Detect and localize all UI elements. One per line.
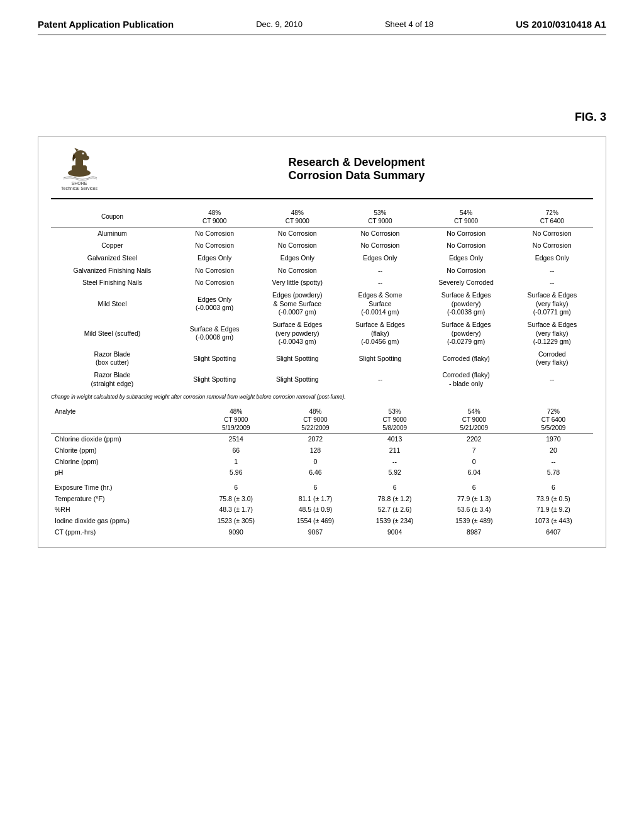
analyte-col-3: 53%CT 90005/8/2009	[355, 406, 435, 434]
analyte-value: 1539 (± 489)	[435, 516, 514, 527]
corrosion-value: No Corrosion	[421, 240, 511, 252]
corrosion-row: Galvanized Finishing NailsNo CorrosionNo…	[51, 265, 593, 277]
corrosion-row: Razor Blade (box cutter)Slight SpottingS…	[51, 348, 593, 369]
analyte-label: Temperature (°F)	[51, 494, 196, 505]
analytics-row: Chlorite (ppm)66128211720	[51, 445, 593, 456]
analytics-table: Analyte 48%CT 90005/19/2009 48%CT 90005/…	[51, 406, 593, 538]
col-header-2: 48%CT 9000	[255, 207, 339, 228]
page: Patent Application Publication Dec. 9, 2…	[0, 0, 644, 830]
analytics-row: CT (ppm.-hrs)90909067900489876407	[51, 527, 593, 538]
analyte-value: 73.9 (± 0.5)	[514, 494, 593, 505]
analyte-value: 6407	[514, 527, 593, 538]
analyte-value: 81.1 (± 1.7)	[275, 494, 355, 505]
header-patent: US 2010/0310418 A1	[516, 19, 606, 30]
corrosion-value: --	[511, 265, 593, 277]
corrosion-table: Coupon 48%CT 9000 48%CT 9000 53%CT 9000 …	[51, 207, 593, 390]
analyte-value: 6	[514, 482, 593, 494]
corrosion-value: Surface & Edges (powdery) (-0.0279 gm)	[421, 319, 511, 348]
analyte-label: %RH	[51, 504, 196, 516]
svg-point-4	[82, 155, 89, 160]
corrosion-value: Surface & Edges (flaky) (-0.0456 gm)	[339, 319, 421, 348]
analytics-row: Chlorine (ppm)10--0--	[51, 456, 593, 468]
page-header: Patent Application Publication Dec. 9, 2…	[38, 19, 606, 35]
corrosion-value: --	[511, 277, 593, 289]
corrosion-value: No Corrosion	[421, 227, 511, 240]
analytics-row: Exposure Time (hr.)66666	[51, 482, 593, 494]
analyte-value: 77.9 (± 1.3)	[435, 494, 514, 505]
corrosion-row: Mild SteelEdges Only (-0.0003 gm)Edges (…	[51, 289, 593, 319]
analyte-value: 1970	[514, 434, 593, 445]
analyte-value: 5.78	[514, 467, 593, 479]
corrosion-value: Slight Spotting	[339, 348, 421, 369]
coupon-label: Aluminum	[51, 227, 174, 240]
corrosion-value: --	[339, 265, 421, 277]
analyte-value: --	[355, 456, 435, 468]
analyte-col-2: 48%CT 90005/22/2009	[275, 406, 355, 434]
corrosion-value: Slight Spotting	[255, 369, 339, 390]
analyte-value: 48.5 (± 0.9)	[275, 504, 355, 516]
analyte-value: 75.8 (± 3.0)	[196, 494, 275, 505]
logo-text: SHORE Technical Services	[61, 181, 97, 192]
corrosion-value: No Corrosion	[511, 227, 593, 240]
header-publication: Patent Application Publication	[38, 19, 174, 30]
analyte-label: pH	[51, 467, 196, 479]
analyte-label: Iodine dioxide gas (ppm₂)	[51, 516, 196, 527]
analyte-value: 9004	[355, 527, 435, 538]
analytics-row: Temperature (°F)75.8 (± 3.0)81.1 (± 1.7)…	[51, 494, 593, 505]
corrosion-value: Edges & Some Surface (-0.0014 gm)	[339, 289, 421, 319]
col-header-3: 53%CT 9000	[339, 207, 421, 228]
analyte-value: 2202	[435, 434, 514, 445]
corrosion-value: Edges Only	[421, 252, 511, 265]
corrosion-value: --	[339, 277, 421, 289]
corrosion-value: No Corrosion	[174, 277, 255, 289]
corrosion-value: Edges Only	[511, 252, 593, 265]
corrosion-value: Corroded (very flaky)	[511, 348, 593, 369]
analyte-value: 1554 (± 469)	[275, 516, 355, 527]
analyte-label: Chlorine (ppm)	[51, 456, 196, 468]
corrosion-row: AluminumNo CorrosionNo CorrosionNo Corro…	[51, 227, 593, 240]
analyte-col-5: 72%CT 64005/5/2009	[514, 406, 593, 434]
analyte-value: 8987	[435, 527, 514, 538]
corrosion-value: No Corrosion	[174, 240, 255, 252]
corrosion-row: Razor Blade (straight edge)Slight Spotti…	[51, 369, 593, 390]
analyte-value: 7	[435, 445, 514, 456]
analyte-value: 6	[435, 482, 514, 494]
analyte-value: 71.9 (± 9.2)	[514, 504, 593, 516]
analyte-value: 0	[435, 456, 514, 468]
analyte-col-header: Analyte	[51, 406, 196, 434]
corrosion-value: Surface & Edges (very flaky) (-0.0771 gm…	[511, 289, 593, 319]
corrosion-value: Severely Corroded	[421, 277, 511, 289]
analyte-col-4: 54%CT 90005/21/2009	[435, 406, 514, 434]
main-card: SHORE Technical Services Research & Deve…	[38, 136, 606, 548]
svg-point-5	[82, 153, 84, 155]
analyte-col-1: 48%CT 90005/19/2009	[196, 406, 275, 434]
corrosion-value: Edges Only	[339, 252, 421, 265]
analyte-label: CT (ppm.-hrs)	[51, 527, 196, 538]
analytics-row: %RH48.3 (± 1.7)48.5 (± 0.9)52.7 (± 2.6)5…	[51, 504, 593, 516]
analyte-value: 6	[275, 482, 355, 494]
analytics-row: pH5.966.465.926.045.78	[51, 467, 593, 479]
corrosion-value: Edges Only	[174, 252, 255, 265]
analyte-label: Chlorite (ppm)	[51, 445, 196, 456]
col-header-1: 48%CT 9000	[174, 207, 255, 228]
company-logo	[60, 147, 98, 181]
corrosion-value: Edges Only	[255, 252, 339, 265]
corrosion-row: Galvanized SteelEdges OnlyEdges OnlyEdge…	[51, 252, 593, 265]
coupon-label: Galvanized Finishing Nails	[51, 265, 174, 277]
col-header-4: 54%CT 9000	[421, 207, 511, 228]
corrosion-value: Surface & Edges (-0.0008 gm)	[174, 319, 255, 348]
analyte-value: 48.3 (± 1.7)	[196, 504, 275, 516]
corrosion-value: Edges Only (-0.0003 gm)	[174, 289, 255, 319]
analyte-value: 6.46	[275, 467, 355, 479]
analyte-value: 6.04	[435, 467, 514, 479]
corrosion-value: Surface & Edges (powdery) (-0.0038 gm)	[421, 289, 511, 319]
col-header-coupon: Coupon	[51, 207, 174, 228]
logo-area: SHORE Technical Services	[51, 147, 108, 192]
analytics-row: Iodine dioxide gas (ppm₂)1523 (± 305)155…	[51, 516, 593, 527]
coupon-label: Razor Blade (straight edge)	[51, 369, 174, 390]
analyte-value: 6	[196, 482, 275, 494]
analyte-value: 66	[196, 445, 275, 456]
analyte-value: 52.7 (± 2.6)	[355, 504, 435, 516]
corrosion-value: No Corrosion	[174, 265, 255, 277]
corrosion-footnote: Change in weight calculated by subtracti…	[51, 394, 593, 400]
